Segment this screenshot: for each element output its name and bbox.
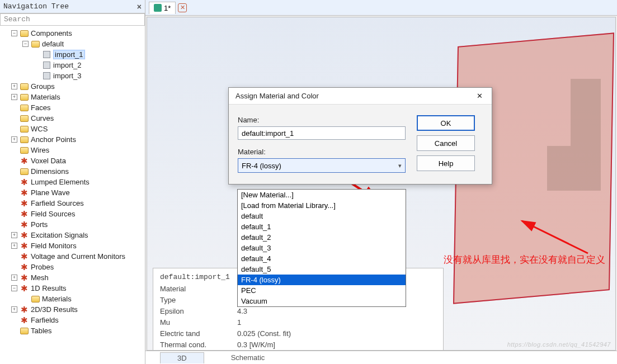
- dialog-close-icon[interactable]: ✕: [472, 89, 487, 103]
- tree-node-excitation-signals[interactable]: +✱Excitation Signals: [1, 230, 145, 240]
- navigation-tree-panel: Navigation Tree × Search − Components − …: [0, 0, 145, 364]
- material-option[interactable]: default: [238, 211, 406, 221]
- navigation-tree[interactable]: − Components − default import_1 import_2: [0, 26, 145, 364]
- folder-icon: [20, 168, 29, 175]
- tree-node-wires[interactable]: Wires: [1, 145, 145, 155]
- material-option[interactable]: Vacuum: [238, 296, 406, 306]
- expander-icon[interactable]: +: [11, 136, 17, 143]
- material-option[interactable]: default_4: [238, 253, 406, 264]
- tree-label: Components: [31, 29, 72, 37]
- ok-button[interactable]: OK: [417, 115, 475, 131]
- tree-node-field-sources[interactable]: ✱Field Sources: [1, 209, 145, 219]
- material-combobox[interactable]: FR-4 (lossy) ▾: [238, 158, 406, 173]
- tree-label: Excitation Signals: [31, 231, 88, 239]
- folder-icon: [20, 83, 29, 90]
- tree-node-1d-results[interactable]: −✱1D Results: [1, 283, 145, 294]
- tree-label: Materials: [42, 295, 72, 303]
- expander-icon[interactable]: +: [11, 306, 17, 313]
- expander-icon[interactable]: −: [11, 285, 17, 291]
- tree-node-mesh[interactable]: +✱Mesh: [1, 272, 145, 283]
- tree-label: Lumped Elements: [31, 178, 90, 186]
- tree-node-1d-materials[interactable]: Materials: [1, 294, 145, 304]
- tree-label: Wires: [31, 146, 49, 154]
- dialog-title: Assign Material and Color: [236, 92, 319, 100]
- document-tab-1[interactable]: 1*: [149, 2, 176, 14]
- name-input[interactable]: [238, 126, 406, 140]
- gear-icon: ✱: [20, 305, 29, 314]
- pane-close-icon[interactable]: ×: [137, 2, 142, 11]
- tree-node-lumped-elements[interactable]: ✱Lumped Elements: [1, 177, 145, 187]
- tree-node-2d3d-results[interactable]: +✱2D/3D Results: [1, 304, 145, 315]
- tree-label: Plane Wave: [31, 188, 70, 197]
- tree-node-default[interactable]: − default: [1, 39, 145, 49]
- tree-node-ports[interactable]: ✱Ports: [1, 219, 145, 230]
- tree-node-farfields[interactable]: ✱Farfields: [1, 315, 145, 325]
- tree-node-farfield-sources[interactable]: ✱Farfield Sources: [1, 198, 145, 209]
- tree-node-curves[interactable]: Curves: [1, 113, 145, 124]
- expander-icon[interactable]: +: [11, 243, 17, 249]
- tree-label: Dimensions: [31, 167, 69, 176]
- expander-icon[interactable]: +: [11, 83, 17, 89]
- material-dropdown-list[interactable]: [New Material...][Load from Material Lib…: [237, 189, 406, 307]
- document-close-icon[interactable]: ✕: [178, 3, 187, 12]
- view-tab-schematic[interactable]: Schematic: [220, 352, 276, 363]
- folder-icon: [20, 94, 29, 101]
- property-key: Mu: [160, 317, 227, 328]
- tree-node-import-2[interactable]: import_2: [1, 60, 145, 70]
- tree-node-wcs[interactable]: WCS: [1, 124, 145, 134]
- watermark-text: https://blog.csdn.net/qq_41542947: [507, 341, 611, 348]
- view-tab-3d[interactable]: 3D: [160, 352, 204, 363]
- expander-icon[interactable]: +: [11, 232, 17, 238]
- gear-icon: ✱: [20, 284, 29, 293]
- material-option[interactable]: default_3: [238, 243, 406, 253]
- folder-icon: [20, 105, 29, 111]
- material-option[interactable]: default_1: [238, 221, 406, 232]
- cancel-button[interactable]: Cancel: [417, 135, 475, 151]
- dialog-titlebar[interactable]: Assign Material and Color ✕: [229, 88, 492, 105]
- doc-tab-label: 1*: [164, 4, 171, 12]
- property-key: Electric tand: [160, 328, 227, 339]
- help-button[interactable]: Help: [417, 155, 475, 171]
- expander-icon[interactable]: +: [11, 94, 17, 100]
- property-row: Epsilon4.3: [160, 306, 436, 317]
- tree-label: Anchor Points: [31, 135, 76, 144]
- material-option[interactable]: [Load from Material Library...]: [238, 200, 406, 211]
- tree-node-anchor-points[interactable]: +Anchor Points: [1, 134, 145, 145]
- material-option[interactable]: PEC: [238, 285, 406, 296]
- tree-node-components[interactable]: − Components: [1, 28, 145, 39]
- expander-icon[interactable]: −: [11, 30, 17, 36]
- material-option[interactable]: FR-4 (lossy): [238, 275, 406, 285]
- property-value: 1: [237, 317, 241, 328]
- assign-material-dialog: Assign Material and Color ✕ Name: Materi…: [228, 87, 492, 185]
- tree-node-dimensions[interactable]: Dimensions: [1, 166, 145, 177]
- material-option[interactable]: [New Material...]: [238, 190, 406, 200]
- tree-node-tables[interactable]: Tables: [1, 325, 145, 336]
- tree-node-faces[interactable]: Faces: [1, 102, 145, 113]
- gear-icon: ✱: [20, 273, 29, 282]
- tree-node-vc-monitors[interactable]: ✱Voltage and Current Monitors: [1, 251, 145, 262]
- tree-label: Tables: [31, 327, 52, 335]
- document-tabs: 1* ✕: [145, 0, 617, 16]
- expander-icon[interactable]: +: [11, 275, 17, 281]
- folder-icon: [31, 41, 40, 48]
- property-value: 0.3 [W/K/m]: [237, 339, 275, 351]
- doc-tab-icon: [154, 4, 162, 12]
- tree-node-voxel-data[interactable]: ✱Voxel Data: [1, 155, 145, 166]
- property-row: Mu1: [160, 317, 436, 328]
- svg-line-1: [522, 221, 588, 253]
- tree-label: Materials: [31, 93, 60, 101]
- tree-node-probes[interactable]: ✱Probes: [1, 262, 145, 272]
- tree-node-import-3[interactable]: import_3: [1, 70, 145, 81]
- material-option[interactable]: default_2: [238, 232, 406, 243]
- tree-label: default: [42, 40, 64, 48]
- tree-node-import-1[interactable]: import_1: [1, 49, 145, 60]
- tree-node-materials[interactable]: +Materials: [1, 92, 145, 102]
- tree-search-input[interactable]: Search: [0, 13, 145, 26]
- expander-icon[interactable]: −: [22, 41, 29, 47]
- tree-node-plane-wave[interactable]: ✱Plane Wave: [1, 187, 145, 198]
- property-key: Thermal cond.: [160, 339, 227, 351]
- tree-node-field-monitors[interactable]: +✱Field Monitors: [1, 240, 145, 251]
- pane-title: Navigation Tree: [3, 2, 69, 11]
- tree-node-groups[interactable]: +Groups: [1, 81, 145, 92]
- material-option[interactable]: default_5: [238, 264, 406, 275]
